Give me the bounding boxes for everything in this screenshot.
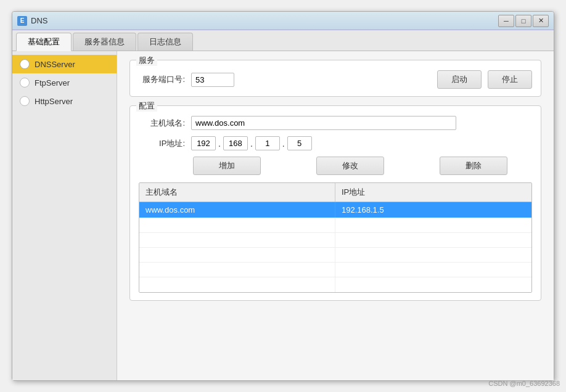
delete-button[interactable]: 删除 xyxy=(440,157,507,175)
domain-label: 主机域名: xyxy=(139,118,185,129)
title-bar-left: E DNS xyxy=(17,16,47,26)
domain-row: 主机域名: xyxy=(139,116,532,130)
ftp-label: FtpServer xyxy=(35,78,70,88)
service-action-buttons: 启动 停止 xyxy=(437,70,532,89)
window-title: DNS xyxy=(31,16,47,25)
service-group-content: 服务端口号: 启动 停止 xyxy=(130,60,541,96)
config-group: 配置 主机域名: IP地址: . . xyxy=(129,105,541,301)
port-label: 服务端口号: xyxy=(139,74,185,85)
ip-dot1: . xyxy=(218,139,221,149)
app-icon: E xyxy=(17,16,27,26)
table-empty-row xyxy=(139,248,531,263)
data-table: 主机域名 IP地址 www.dos.com 192.168.1.5 xyxy=(139,182,532,293)
tab-basic[interactable]: 基础配置 xyxy=(16,33,72,51)
table-empty-row xyxy=(139,218,531,233)
ip-group: . . . xyxy=(191,136,312,150)
sidebar-item-ftp[interactable]: FtpServer xyxy=(12,73,117,92)
ip-dot3: . xyxy=(282,139,285,149)
tab-log[interactable]: 日志信息 xyxy=(137,33,193,51)
table-empty-row xyxy=(139,263,531,277)
tab-server[interactable]: 服务器信息 xyxy=(73,33,136,51)
ftp-dot xyxy=(20,78,30,88)
main-window: E DNS ─ □ ✕ 基础配置 服务器信息 日志信息 DNSServer Ft… xyxy=(12,11,554,381)
service-group: 服务 服务端口号: 启动 停止 xyxy=(129,60,541,97)
watermark: CSDN @m0_63692368 xyxy=(488,380,560,387)
ip-row: IP地址: . . . xyxy=(139,136,532,150)
sidebar-item-dns[interactable]: DNSServer xyxy=(12,55,117,73)
table-cell-ip: 192.168.1.5 xyxy=(335,202,531,218)
port-input[interactable] xyxy=(191,73,234,87)
sidebar-item-http[interactable]: HttpServer xyxy=(12,92,117,110)
ip-dot2: . xyxy=(250,139,253,149)
tab-bar: 基础配置 服务器信息 日志信息 xyxy=(12,30,554,51)
col-header-ip: IP地址 xyxy=(335,183,531,202)
col-header-domain: 主机域名 xyxy=(139,183,335,202)
modify-button[interactable]: 修改 xyxy=(316,157,384,175)
ip-seg1[interactable] xyxy=(191,136,216,150)
add-button[interactable]: 增加 xyxy=(193,157,261,175)
table-empty-row xyxy=(139,233,531,248)
table-header: 主机域名 IP地址 xyxy=(139,183,531,202)
dns-label: DNSServer xyxy=(35,60,75,69)
table-cell-domain: www.dos.com xyxy=(139,202,335,218)
content-panel: 服务 服务端口号: 启动 停止 配置 xyxy=(117,51,554,380)
table-row[interactable]: www.dos.com 192.168.1.5 xyxy=(139,202,531,218)
service-row: 服务端口号: 启动 停止 xyxy=(139,70,532,89)
config-actions: 增加 修改 删除 xyxy=(139,157,532,178)
window-controls: ─ □ ✕ xyxy=(498,15,549,27)
port-row: 服务端口号: xyxy=(139,73,234,87)
stop-button[interactable]: 停止 xyxy=(488,70,532,89)
config-group-content: 主机域名: IP地址: . . . xyxy=(130,106,541,300)
start-button[interactable]: 启动 xyxy=(437,70,482,89)
ip-seg3[interactable] xyxy=(255,136,280,150)
http-label: HttpServer xyxy=(35,97,73,106)
config-group-title: 配置 xyxy=(136,100,157,112)
domain-input[interactable] xyxy=(191,116,456,130)
http-dot xyxy=(20,96,30,106)
ip-label: IP地址: xyxy=(139,138,185,149)
dns-dot xyxy=(20,59,30,69)
table-empty-row xyxy=(139,277,531,292)
main-content: DNSServer FtpServer HttpServer 服务 服务端口号: xyxy=(12,51,554,380)
table-body: www.dos.com 192.168.1.5 xyxy=(139,202,531,292)
title-bar: E DNS ─ □ ✕ xyxy=(12,12,554,30)
maximize-button[interactable]: □ xyxy=(515,15,531,27)
minimize-button[interactable]: ─ xyxy=(498,15,514,27)
service-group-title: 服务 xyxy=(136,55,157,66)
ip-seg2[interactable] xyxy=(223,136,248,150)
ip-seg4[interactable] xyxy=(287,136,312,150)
sidebar: DNSServer FtpServer HttpServer xyxy=(12,51,117,380)
close-button[interactable]: ✕ xyxy=(533,15,549,27)
